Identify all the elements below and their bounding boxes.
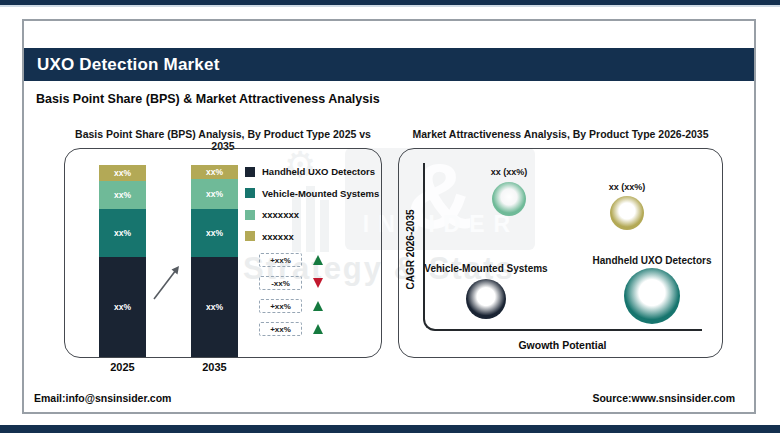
change-badge: +xx%: [259, 253, 323, 267]
stacked-bar-2025: xx%xx%xx%xx%: [99, 165, 146, 357]
legend-label: xxxxxxx: [262, 209, 299, 220]
change-badge-value: +xx%: [259, 253, 302, 267]
x-axis-label: Gwowth Potential: [423, 339, 702, 351]
bubble-label: Vehicle-Mounted Systems: [406, 263, 566, 274]
bar-segment: xx%: [191, 257, 238, 357]
change-badge: +xx%: [259, 322, 323, 336]
bubble: [466, 279, 506, 319]
attractiveness-chart-panel: CAGR 2026-2035 Gwowth Potential xx (xx%)…: [398, 148, 723, 358]
bps-chart-panel: xx%xx%xx%xx% xx%xx%xx%xx% Handheld UXO D…: [64, 148, 382, 358]
bar-segment-value: xx%: [206, 228, 223, 238]
page-subtitle: Basis Point Share (BPS) & Market Attract…: [36, 92, 380, 106]
legend-swatch: [245, 167, 255, 177]
legend-item: Vehicle-Mounted Systems: [245, 188, 379, 199]
change-badge-value: -xx%: [259, 276, 302, 290]
bar-segment-value: xx%: [206, 167, 223, 177]
legend-item: xxxxxxx: [245, 209, 379, 220]
bubble: [492, 182, 526, 216]
page-title: UXO Detection Market: [37, 55, 220, 75]
stacked-bar-2035: xx%xx%xx%xx%: [191, 165, 238, 357]
bar-segment: xx%: [191, 179, 238, 209]
bar-segment: xx%: [99, 257, 146, 357]
bubble-label: xx (xx%): [547, 182, 707, 192]
bar-segment-value: xx%: [206, 189, 223, 199]
bubble-label: xx (xx%): [429, 167, 589, 177]
badge-list: +xx%-xx%+xx%+xx%: [259, 253, 323, 345]
bar-segment: xx%: [191, 165, 238, 179]
change-badge: +xx%: [259, 299, 323, 313]
legend-label: Handheld UXO Detectors: [262, 166, 375, 177]
top-accent-bar: [0, 0, 780, 7]
bar-segment-value: xx%: [114, 302, 131, 312]
x-tick-2025: 2025: [89, 361, 156, 373]
change-badge-value: +xx%: [259, 322, 302, 336]
growth-arrow-icon: [150, 262, 184, 304]
page-title-bar: UXO Detection Market: [24, 48, 754, 81]
bar-segment-value: xx%: [114, 168, 131, 178]
attractiveness-chart-title: Market Attractiveness Analysis, By Produ…: [398, 128, 723, 140]
bar-segment: xx%: [99, 181, 146, 209]
trend-up-icon: [313, 324, 323, 334]
bubble: [624, 268, 680, 324]
legend-item: xxxxxx: [245, 231, 379, 242]
legend-item: Handheld UXO Detectors: [245, 166, 379, 177]
bar-segment-value: xx%: [114, 228, 131, 238]
x-tick-2035: 2035: [181, 361, 248, 373]
trend-up-icon: [313, 301, 323, 311]
bar-segment-value: xx%: [114, 190, 131, 200]
bubble: [610, 196, 644, 230]
bubble-label: Handheld UXO Detectors: [572, 255, 732, 266]
bottom-accent-bar: [0, 425, 780, 433]
trend-down-icon: [313, 278, 323, 288]
bar-segment-value: xx%: [206, 302, 223, 312]
legend-swatch: [245, 188, 255, 198]
legend: Handheld UXO DetectorsVehicle-Mounted Sy…: [245, 166, 379, 252]
bar-segment: xx%: [99, 209, 146, 257]
footer-email: Email:info@snsinsider.com: [34, 392, 171, 404]
footer-source: Source:www.snsinsider.com: [592, 392, 735, 404]
legend-label: Vehicle-Mounted Systems: [262, 188, 379, 199]
change-badge-value: +xx%: [259, 299, 302, 313]
legend-swatch: [245, 231, 255, 241]
legend-swatch: [245, 210, 255, 220]
legend-label: xxxxxx: [262, 231, 294, 242]
y-axis-label: CAGR 2026-2035: [405, 175, 416, 325]
bar-segment: xx%: [191, 209, 238, 257]
change-badge: -xx%: [259, 276, 323, 290]
trend-up-icon: [313, 255, 323, 265]
bar-segment: xx%: [99, 165, 146, 181]
